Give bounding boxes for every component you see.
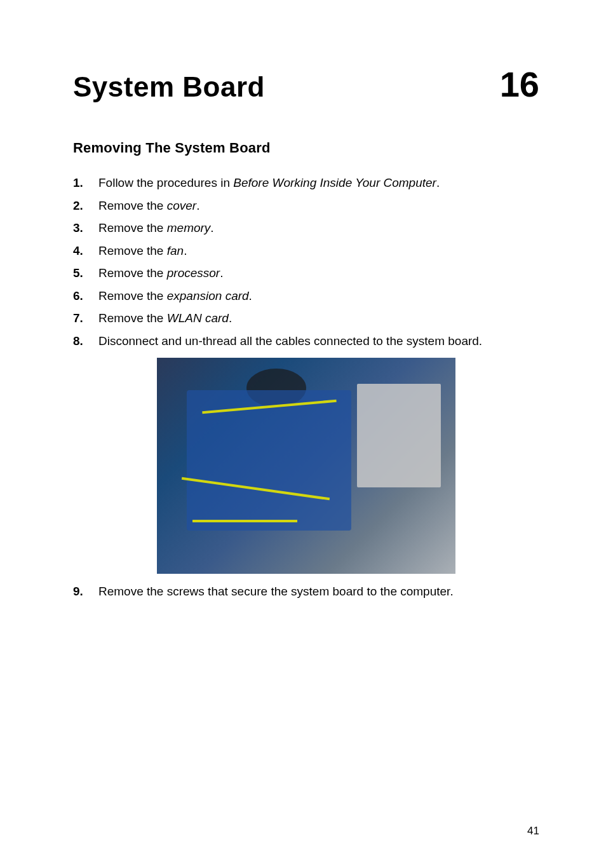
- list-item: 9. Remove the screws that secure the sys…: [73, 583, 539, 601]
- step-prefix: Remove the: [98, 311, 167, 325]
- procedure-list-continued: 9. Remove the screws that secure the sys…: [73, 583, 539, 601]
- step-number: 9.: [73, 583, 98, 601]
- step-link[interactable]: WLAN card: [167, 311, 229, 325]
- list-item: 3. Remove the memory.: [73, 219, 539, 238]
- step-text: Remove the memory.: [98, 219, 539, 238]
- chapter-title: System Board: [73, 71, 265, 103]
- step-number: 6.: [73, 287, 98, 306]
- step-suffix: .: [229, 311, 232, 325]
- figure-container: [73, 358, 539, 574]
- chapter-header: System Board 16: [73, 64, 539, 105]
- step-text: Remove the processor.: [98, 264, 539, 283]
- list-item: 6. Remove the expansion card.: [73, 287, 539, 306]
- step-number: 3.: [73, 219, 98, 238]
- list-item: 5. Remove the processor.: [73, 264, 539, 283]
- step-text: Remove the screws that secure the system…: [98, 583, 539, 601]
- step-suffix: .: [220, 266, 223, 280]
- step-prefix: Remove the: [98, 244, 167, 257]
- step-prefix: Remove the: [98, 289, 167, 302]
- list-item: 7. Remove the WLAN card.: [73, 309, 539, 328]
- step-text: Remove the cover.: [98, 197, 539, 215]
- step-number: 5.: [73, 264, 98, 283]
- step-suffix: .: [249, 289, 252, 302]
- step-prefix: Remove the: [98, 266, 167, 280]
- step-number: 4.: [73, 242, 98, 261]
- section-title: Removing The System Board: [73, 140, 539, 156]
- step-suffix: .: [196, 199, 199, 212]
- step-number: 2.: [73, 197, 98, 215]
- step-link[interactable]: Before Working Inside Your Computer: [233, 176, 436, 189]
- step-prefix: Remove the: [98, 199, 167, 212]
- step-text: Remove the fan.: [98, 242, 539, 261]
- list-item: 4. Remove the fan.: [73, 242, 539, 261]
- step-text: Disconnect and un-thread all the cables …: [98, 332, 539, 351]
- system-board-image: [157, 358, 455, 574]
- step-text: Remove the WLAN card.: [98, 309, 539, 328]
- step-link[interactable]: memory: [167, 221, 211, 234]
- step-prefix: Disconnect and un-thread all the cables …: [98, 334, 482, 348]
- step-link[interactable]: expansion card: [167, 289, 249, 302]
- step-text: Remove the expansion card.: [98, 287, 539, 306]
- step-number: 7.: [73, 309, 98, 328]
- step-number: 8.: [73, 332, 98, 351]
- list-item: 2. Remove the cover.: [73, 197, 539, 215]
- step-prefix: Follow the procedures in: [98, 176, 233, 189]
- step-link[interactable]: fan: [167, 244, 184, 257]
- step-suffix: .: [436, 176, 440, 189]
- step-link[interactable]: cover: [167, 199, 196, 212]
- page-number: 41: [527, 825, 539, 837]
- step-link[interactable]: processor: [167, 266, 220, 280]
- step-suffix: .: [210, 221, 213, 234]
- list-item: 8. Disconnect and un-thread all the cabl…: [73, 332, 539, 351]
- step-prefix: Remove the screws that secure the system…: [98, 585, 454, 598]
- step-number: 1.: [73, 174, 98, 193]
- chapter-number: 16: [500, 64, 539, 105]
- step-text: Follow the procedures in Before Working …: [98, 174, 539, 193]
- step-suffix: .: [184, 244, 187, 257]
- list-item: 1. Follow the procedures in Before Worki…: [73, 174, 539, 193]
- step-prefix: Remove the: [98, 221, 167, 234]
- procedure-list: 1. Follow the procedures in Before Worki…: [73, 174, 539, 350]
